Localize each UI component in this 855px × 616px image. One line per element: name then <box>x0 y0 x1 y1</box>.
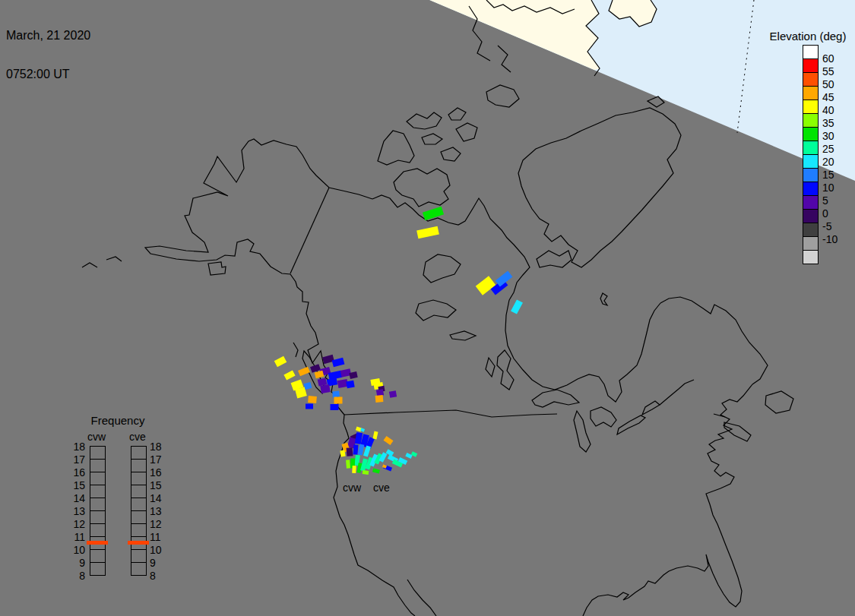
frequency-tick-label: 14 <box>150 493 169 504</box>
elevation-tick-label: 10 <box>822 182 848 194</box>
elevation-colorbar-cell <box>803 86 819 100</box>
frequency-bar-cell <box>131 459 147 472</box>
elevation-tick-label: -5 <box>822 220 848 232</box>
elevation-colorbar-cell <box>803 58 819 73</box>
frequency-tick-label: 15 <box>150 480 169 491</box>
elevation-tick-label: 60 <box>822 52 848 65</box>
elevation-colorbar-cell <box>803 127 819 141</box>
elevation-colorbar-cell <box>803 154 819 169</box>
elevation-colorbar-cell <box>803 223 819 237</box>
map-site-label-cve: cve <box>373 482 390 494</box>
elevation-tick-label: 5 <box>822 194 848 207</box>
frequency-bar-cell <box>90 523 106 537</box>
elevation-colorbar-cell <box>803 113 819 128</box>
frequency-tick-label: 18 <box>150 441 169 452</box>
frequency-bar-cell <box>131 446 147 460</box>
elevation-tick-label: 15 <box>822 169 848 181</box>
elevation-colorbar-cell <box>803 250 819 264</box>
frequency-tick-label: 18 <box>65 441 85 452</box>
radar-echo <box>332 391 340 398</box>
elevation-colorbar-cell <box>803 45 819 59</box>
frequency-bar-cell <box>90 549 106 563</box>
elevation-tick-label: 50 <box>822 78 848 90</box>
frequency-bar-cell <box>90 459 106 472</box>
elevation-colorbar-cell <box>803 195 819 210</box>
frequency-bar-cell <box>131 498 147 511</box>
radar-echo <box>308 396 317 403</box>
frequency-bar-cell <box>90 446 106 460</box>
frequency-bar-cell <box>90 472 106 485</box>
radar-echo <box>347 447 353 456</box>
radar-echo <box>320 384 331 393</box>
frequency-bar-cve <box>131 447 145 576</box>
radar-elevation-map: March, 21 2020 0752:00 UT Elevation (deg… <box>0 0 855 616</box>
elevation-tick-label: 35 <box>822 117 848 129</box>
frequency-tick-label: 14 <box>65 493 85 504</box>
elevation-tick-label: 30 <box>822 130 848 142</box>
elevation-colorbar <box>803 46 817 264</box>
frequency-marker-cve <box>128 541 149 545</box>
radar-echo <box>375 395 384 403</box>
elevation-tick-label: 45 <box>822 91 848 103</box>
frequency-tick-label: 15 <box>65 480 85 491</box>
elevation-legend-title: Elevation (deg) <box>758 30 855 43</box>
elevation-colorbar-cell <box>803 236 819 251</box>
date-label: March, 21 2020 <box>6 29 90 42</box>
frequency-tick-label: 13 <box>65 506 85 516</box>
radar-echo <box>389 390 397 397</box>
radar-echo <box>353 444 358 454</box>
frequency-tick-label: 12 <box>150 519 169 529</box>
frequency-bar-cell <box>131 485 147 498</box>
frequency-tick-label: 8 <box>65 570 85 581</box>
map-site-label-cvw: cvw <box>343 482 361 494</box>
frequency-tick-label: 9 <box>65 558 85 568</box>
radar-echo <box>346 381 354 389</box>
radar-echo <box>352 466 356 473</box>
elevation-tick-label: 40 <box>822 104 848 116</box>
frequency-tick-label: 12 <box>65 519 85 529</box>
elevation-colorbar-cell <box>803 141 819 155</box>
radar-echo <box>331 404 339 410</box>
time-label: 0752:00 UT <box>6 68 90 81</box>
radar-echo <box>306 404 313 409</box>
north-america-map <box>0 0 855 616</box>
frequency-bar-cell <box>90 510 106 524</box>
frequency-tick-label: 11 <box>65 532 85 542</box>
frequency-tick-label: 13 <box>150 506 169 516</box>
frequency-tick-label: 16 <box>65 467 85 478</box>
frequency-tick-label: 11 <box>150 532 169 542</box>
frequency-tick-label: 10 <box>65 545 85 555</box>
frequency-bar-cell <box>131 549 147 563</box>
datetime-block: March, 21 2020 0752:00 UT <box>6 3 90 106</box>
frequency-tick-label: 8 <box>150 570 169 581</box>
elevation-colorbar-cell <box>803 182 819 196</box>
frequency-tick-label: 17 <box>150 454 169 465</box>
elevation-colorbar-cell <box>803 168 819 182</box>
frequency-bar-cell <box>90 485 106 498</box>
frequency-bar-cell <box>131 523 147 537</box>
frequency-bar-cell <box>131 472 147 485</box>
elevation-tick-label: 55 <box>822 65 848 77</box>
frequency-tick-label: 17 <box>65 454 85 465</box>
frequency-bar-cell <box>90 498 106 511</box>
elevation-tick-label: 25 <box>822 143 848 155</box>
frequency-legend-title: Frequency <box>72 414 163 427</box>
frequency-bar-cell <box>90 562 106 576</box>
radar-echo <box>346 460 350 468</box>
frequency-bar-cvw <box>90 447 104 576</box>
elevation-tick-label: -10 <box>822 233 848 245</box>
elevation-tick-label: 20 <box>822 156 848 168</box>
elevation-colorbar-cell <box>803 209 819 223</box>
frequency-tick-label: 9 <box>150 558 169 568</box>
elevation-tick-label: 0 <box>822 207 848 220</box>
frequency-bar-cell <box>131 510 147 524</box>
frequency-tick-label: 10 <box>150 545 169 555</box>
elevation-colorbar-cell <box>803 72 819 87</box>
frequency-marker-cvw <box>87 541 108 545</box>
frequency-tick-label: 16 <box>150 467 169 478</box>
radar-echo <box>334 397 343 404</box>
elevation-colorbar-cell <box>803 100 819 114</box>
frequency-bar-cell <box>131 562 147 576</box>
